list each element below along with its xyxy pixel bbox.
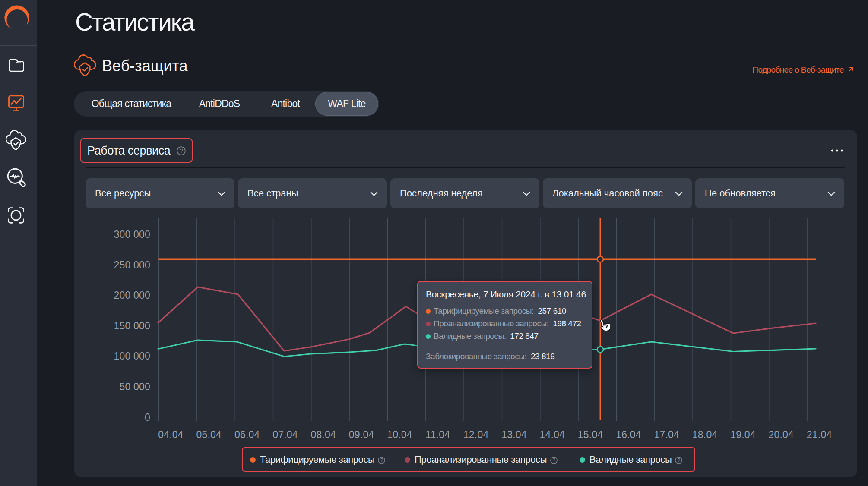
svg-text:08.04: 08.04 xyxy=(311,429,336,440)
svg-text:06.04: 06.04 xyxy=(234,429,260,440)
svg-text:05.04: 05.04 xyxy=(196,429,222,440)
svg-text:18.04: 18.04 xyxy=(692,429,718,440)
svg-text:17.04: 17.04 xyxy=(654,429,680,440)
svg-text:100 000: 100 000 xyxy=(114,350,150,362)
svg-text:11.04: 11.04 xyxy=(425,429,450,440)
svg-text:04.04: 04.04 xyxy=(158,429,184,440)
svg-text:21.04: 21.04 xyxy=(807,429,832,440)
svg-text:12.04: 12.04 xyxy=(463,429,489,440)
svg-text:16.04: 16.04 xyxy=(616,429,641,440)
svg-text:300 000: 300 000 xyxy=(114,229,150,240)
svg-text:?: ? xyxy=(380,458,383,463)
svg-text:200 000: 200 000 xyxy=(114,290,150,301)
svg-text:?: ? xyxy=(678,458,680,463)
svg-text:0: 0 xyxy=(145,412,150,423)
svg-text:250 000: 250 000 xyxy=(114,259,150,271)
svg-text:10.04: 10.04 xyxy=(387,429,412,440)
svg-text:15.04: 15.04 xyxy=(578,429,603,440)
svg-text:50 000: 50 000 xyxy=(119,381,150,392)
svg-text:?: ? xyxy=(553,458,555,463)
svg-text:07.04: 07.04 xyxy=(272,429,298,440)
svg-text:14.04: 14.04 xyxy=(540,429,565,440)
svg-text:20.04: 20.04 xyxy=(769,429,794,440)
svg-text:19.04: 19.04 xyxy=(730,429,756,440)
svg-text:09.04: 09.04 xyxy=(349,429,374,440)
svg-text:13.04: 13.04 xyxy=(501,429,527,440)
svg-text:150 000: 150 000 xyxy=(114,320,150,331)
